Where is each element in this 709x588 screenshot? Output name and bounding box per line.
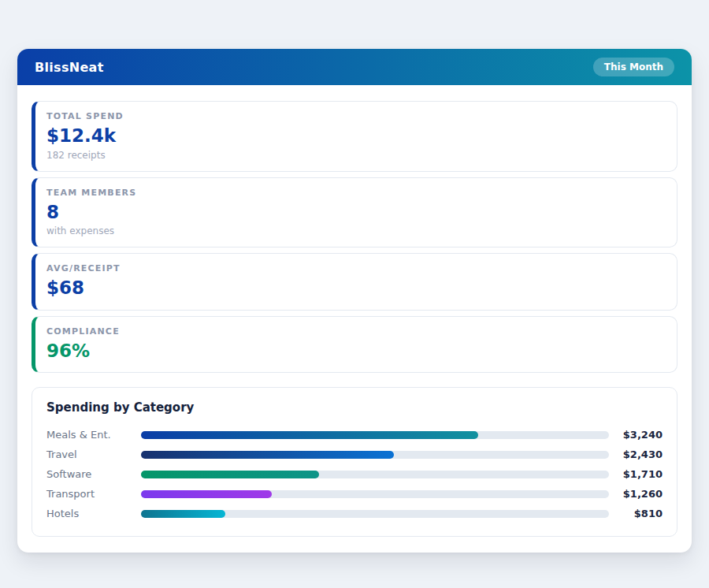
category-value: $2,430 <box>609 448 663 460</box>
stat-label: TEAM MEMBERS <box>46 188 663 198</box>
bar-fill <box>141 471 319 478</box>
stat-value: $12.4k <box>46 125 663 147</box>
category-row-meals: Meals & Ent. $3,240 <box>46 425 663 445</box>
bar-fill <box>141 510 225 518</box>
stat-value: 8 <box>46 202 663 224</box>
stat-card-compliance: COMPLIANCE 96% <box>32 316 677 374</box>
stat-label: COMPLIANCE <box>46 326 663 337</box>
category-row-hotels: Hotels $810 <box>46 504 663 523</box>
category-value: $1,710 <box>609 468 663 480</box>
bar-fill <box>141 431 478 439</box>
spending-by-category-panel: Spending by Category Meals & Ent. $3,240… <box>32 387 677 537</box>
category-label: Travel <box>46 448 141 460</box>
category-value: $810 <box>609 508 663 519</box>
bar-track <box>141 510 609 518</box>
app-title: BlissNeat <box>35 60 104 75</box>
category-label: Transport <box>46 488 141 500</box>
bar-fill <box>141 490 272 498</box>
stat-card-total-spend: TOTAL SPEND $12.4k 182 receipts <box>32 101 677 172</box>
bar-track <box>141 451 609 459</box>
stat-value: $68 <box>46 277 663 300</box>
stat-sub: with expenses <box>46 225 663 236</box>
stat-label: AVG/RECEIPT <box>46 263 663 274</box>
stat-value: 96% <box>46 341 663 363</box>
period-badge[interactable]: This Month <box>593 58 674 76</box>
category-row-software: Software $1,710 <box>46 464 663 484</box>
stat-label: TOTAL SPEND <box>46 111 663 121</box>
category-row-transport: Transport $1,260 <box>46 484 663 504</box>
category-value: $3,240 <box>609 429 663 441</box>
dashboard-card: BlissNeat This Month TOTAL SPEND $12.4k … <box>17 49 692 553</box>
bar-track <box>141 471 609 478</box>
category-label: Software <box>46 468 141 480</box>
category-label: Hotels <box>46 508 141 519</box>
category-value: $1,260 <box>609 488 663 500</box>
category-row-travel: Travel $2,430 <box>46 445 663 464</box>
dashboard-content: TOTAL SPEND $12.4k 182 receipts TEAM MEM… <box>17 85 692 553</box>
bar-track <box>141 490 609 498</box>
bar-fill <box>141 451 394 459</box>
stat-card-avg-receipt: AVG/RECEIPT $68 <box>32 253 677 311</box>
bar-track <box>141 431 609 439</box>
category-label: Meals & Ent. <box>46 429 141 441</box>
panel-title: Spending by Category <box>46 400 663 415</box>
stat-card-team-members: TEAM MEMBERS 8 with expenses <box>32 177 677 248</box>
stat-sub: 182 receipts <box>46 150 663 161</box>
app-header: BlissNeat This Month <box>17 49 692 85</box>
